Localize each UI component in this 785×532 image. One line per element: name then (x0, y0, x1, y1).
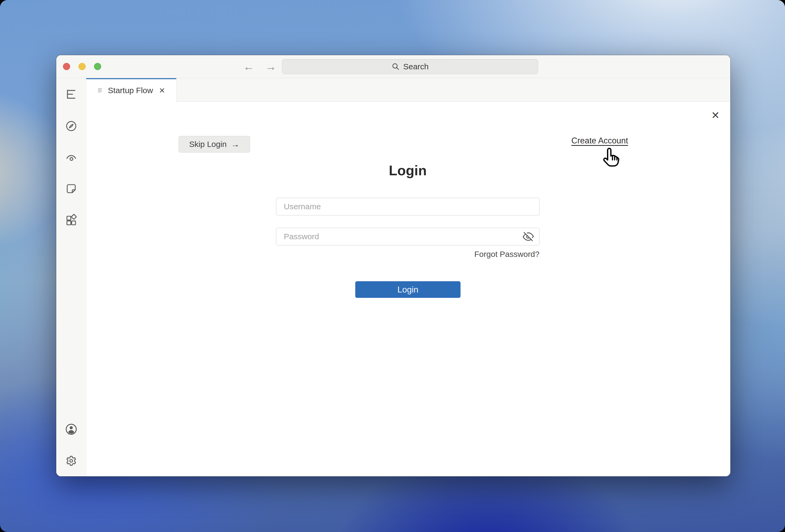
search-placeholder-text: Search (403, 62, 429, 71)
tab-document-icon (97, 87, 104, 94)
sidebar (56, 78, 86, 476)
sidebar-item-preview[interactable] (65, 151, 78, 164)
forward-button[interactable]: → (265, 61, 276, 72)
login-form-title: Login (276, 162, 539, 179)
eye-off-icon[interactable] (522, 231, 534, 242)
sidebar-item-account[interactable] (65, 423, 78, 436)
nav-arrows: ← → (243, 55, 276, 78)
zoom-window-button[interactable] (94, 63, 101, 70)
minimize-window-button[interactable] (78, 63, 86, 70)
right-arrow-icon: → (231, 139, 239, 149)
login-form: Login Forgot Password? Login (276, 162, 539, 179)
sidebar-item-settings[interactable] (65, 454, 78, 467)
sidebar-item-notes[interactable] (65, 182, 78, 195)
traffic-lights (63, 63, 101, 70)
create-account-link[interactable]: Create Account (571, 136, 628, 145)
skip-login-label: Skip Login (189, 140, 227, 149)
sidebar-item-outline[interactable] (65, 88, 78, 101)
search-input[interactable]: Search (282, 59, 538, 74)
outline-icon (65, 88, 78, 101)
account-icon (65, 423, 78, 436)
preview-eye-icon (65, 151, 78, 164)
app-window: ← → Search (56, 55, 730, 476)
titlebar: ← → Search (56, 55, 730, 78)
search-icon (391, 62, 400, 71)
password-input[interactable] (276, 228, 539, 245)
login-panel: ✕ Skip Login → Create Account Login (86, 102, 730, 476)
tab-close-icon[interactable]: ✕ (159, 86, 165, 95)
tab-title: Startup Flow (108, 86, 153, 95)
tab-startup-flow[interactable]: Startup Flow ✕ (86, 78, 176, 102)
sidebar-item-components[interactable] (65, 214, 78, 227)
back-button[interactable]: ← (243, 61, 254, 72)
sidebar-item-compass[interactable] (65, 119, 78, 132)
login-submit-button[interactable]: Login (355, 281, 460, 298)
close-window-button[interactable] (63, 63, 70, 70)
skip-login-button[interactable]: Skip Login → (179, 136, 250, 153)
components-icon (65, 214, 78, 227)
compass-icon (65, 119, 78, 132)
tab-bar: Startup Flow ✕ (86, 78, 730, 102)
username-input[interactable] (276, 198, 539, 215)
main-column: Startup Flow ✕ ✕ Skip Login → Create Acc… (86, 78, 730, 476)
gear-icon (65, 454, 78, 467)
forgot-password-link[interactable]: Forgot Password? (475, 250, 539, 259)
hand-pointer-cursor (600, 145, 624, 168)
panel-close-icon[interactable]: ✕ (711, 110, 720, 121)
note-icon (65, 182, 78, 195)
